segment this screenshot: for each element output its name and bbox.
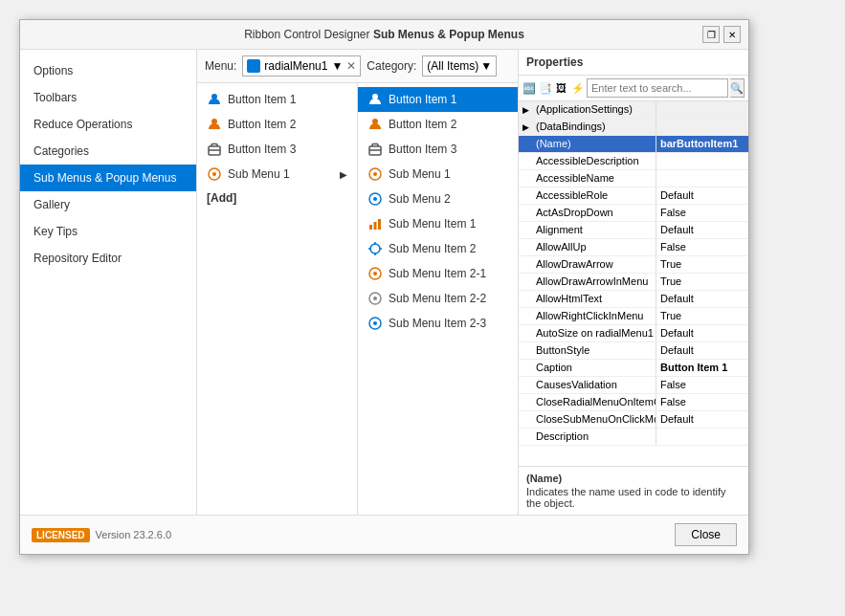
list-item[interactable]: Button Item 3 — [197, 137, 357, 162]
prop-value — [656, 101, 748, 118]
sidebar-item-toolbars[interactable]: Toolbars — [20, 84, 196, 111]
category-selector[interactable]: (All Items) ▼ — [422, 55, 497, 77]
sidebar-item-keytips[interactable]: Key Tips — [20, 218, 196, 245]
prop-value: Button Item 1 — [656, 360, 748, 376]
prop-row[interactable]: CloseRadialMenuOnItemCli False — [519, 394, 748, 411]
list-item[interactable]: Sub Menu 1 — [358, 162, 518, 187]
prop-value: True — [656, 256, 748, 273]
prop-value: Default — [656, 325, 748, 341]
properties-description: (Name) Indicates the name used in code t… — [519, 466, 748, 515]
list-item[interactable]: Button Item 1 — [197, 87, 357, 112]
props-image-btn[interactable]: 🖼 — [555, 78, 569, 98]
prop-row[interactable]: AllowHtmlText Default — [519, 291, 748, 308]
prop-key: AutoSize on radialMenu1 — [532, 325, 656, 341]
close-button[interactable]: Close — [675, 523, 737, 546]
lists-area: Button Item 1 Button Item 2 Button Item … — [197, 83, 518, 515]
prop-key: (DataBindings) — [532, 119, 656, 135]
prop-key: Description — [532, 429, 656, 445]
category-label: Category: — [367, 59, 416, 73]
props-desc-name: (Name) — [526, 473, 741, 484]
item-label: Button Item 2 — [228, 118, 296, 131]
prop-row[interactable]: AccessibleDescription — [519, 153, 748, 170]
prop-row[interactable]: Alignment Default — [519, 222, 748, 239]
prop-value: False — [656, 205, 748, 221]
prop-row[interactable]: AutoSize on radialMenu1 Default — [519, 325, 748, 342]
expand-icon[interactable]: ▶ — [519, 119, 532, 135]
properties-panel: Properties 🔤 📑 🖼 ⚡ 🔍 ▶ (ApplicationSetti… — [519, 50, 748, 515]
menu-selector[interactable]: radialMenu1 ▼ ✕ — [242, 55, 361, 77]
prop-row[interactable]: AccessibleRole Default — [519, 187, 748, 205]
restore-button[interactable]: ❐ — [702, 26, 720, 43]
list-item[interactable]: Sub Menu Item 2-3 — [358, 311, 518, 336]
prop-row-databindings: ▶ (DataBindings) — [519, 119, 748, 136]
sidebar-item-submenus[interactable]: Sub Menus & Popup Menus — [20, 165, 196, 191]
list-item[interactable]: Button Item 3 — [358, 137, 518, 162]
add-item[interactable]: [Add] — [197, 187, 357, 209]
sidebar-item-categories[interactable]: Categories — [20, 138, 196, 165]
prop-row[interactable]: CausesValidation False — [519, 377, 748, 394]
item-label: Sub Menu Item 2 — [389, 242, 476, 255]
list-item[interactable]: Button Item 2 — [197, 112, 357, 137]
list-item[interactable]: Button Item 1 — [358, 87, 518, 112]
list-item[interactable]: Sub Menu Item 2-2 — [358, 286, 518, 311]
submenu-arrow-icon: ▶ — [340, 169, 347, 180]
sidebar-item-gallery[interactable]: Gallery — [20, 191, 196, 218]
prop-row[interactable]: ActAsDropDown False — [519, 205, 748, 222]
person-icon — [207, 92, 222, 107]
left-list: Button Item 1 Button Item 2 Button Item … — [197, 83, 358, 515]
prop-key: (Name) — [532, 136, 656, 152]
props-sort-az-btn[interactable]: 🔤 — [523, 78, 537, 98]
right-list: Button Item 1 Button Item 2 Button Item … — [358, 83, 518, 515]
props-search-input[interactable] — [587, 78, 728, 98]
props-desc-text: Indicates the name used in code to ident… — [526, 486, 741, 509]
properties-header: Properties — [519, 50, 748, 76]
prop-value: Default — [656, 411, 748, 428]
prop-row[interactable]: AllowAllUp False — [519, 239, 748, 256]
prop-row[interactable]: AccessibleName — [519, 170, 748, 187]
item-label: Button Item 3 — [389, 143, 456, 156]
prop-row[interactable]: AllowRightClickInMenu True — [519, 308, 748, 325]
list-item[interactable]: Sub Menu Item 1 — [358, 211, 518, 236]
prop-value — [656, 153, 748, 169]
briefcase-icon — [207, 142, 222, 157]
sidebar-item-repository-editor[interactable]: Repository Editor — [20, 245, 196, 272]
prop-value: True — [656, 308, 748, 324]
props-categorize-btn[interactable]: 📑 — [539, 78, 553, 98]
prop-row[interactable]: Caption Button Item 1 — [519, 360, 748, 377]
list-item[interactable]: Sub Menu Item 2 — [358, 236, 518, 261]
radial-icon — [367, 191, 383, 207]
prop-row-name[interactable]: (Name) barButtonItem1 — [519, 136, 748, 153]
spacer — [519, 136, 532, 152]
close-window-button[interactable]: ✕ — [723, 26, 741, 43]
props-search-button[interactable]: 🔍 — [730, 78, 745, 98]
menu-dropdown-icon: ▼ — [331, 59, 343, 73]
sidebar-item-options[interactable]: Options — [20, 57, 196, 84]
prop-row[interactable]: CloseSubMenuOnClickMode Default — [519, 411, 748, 429]
prop-row-application-settings: ▶ (ApplicationSettings) — [519, 101, 748, 119]
list-item[interactable]: Sub Menu 1 ▶ — [197, 162, 357, 187]
prop-key: CausesValidation — [532, 377, 656, 393]
expand-icon[interactable]: ▶ — [519, 101, 532, 118]
prop-row[interactable]: AllowDrawArrowInMenu True — [519, 274, 748, 291]
sidebar: Options Toolbars Reduce Operations Categ… — [20, 50, 197, 515]
list-item[interactable]: Button Item 2 — [358, 112, 518, 137]
cat-dropdown-icon: ▼ — [480, 59, 492, 73]
item-label: Sub Menu 2 — [389, 192, 451, 206]
prop-value: False — [656, 394, 748, 410]
prop-value: False — [656, 239, 748, 255]
list-item[interactable]: Sub Menu Item 2-1 — [358, 261, 518, 286]
sidebar-item-reduce-operations[interactable]: Reduce Operations — [20, 111, 196, 138]
prop-row[interactable]: ButtonStyle Default — [519, 342, 748, 360]
center-panel: Menu: radialMenu1 ▼ ✕ Category: (All Ite… — [197, 50, 519, 515]
item-label: Sub Menu Item 1 — [389, 217, 476, 231]
props-bolt-btn[interactable]: ⚡ — [570, 78, 585, 98]
prop-key: Alignment — [532, 222, 656, 238]
menu-clear-icon[interactable]: ✕ — [346, 59, 356, 73]
prop-row[interactable]: AllowDrawArrow True — [519, 256, 748, 274]
item-label: Button Item 1 — [228, 93, 296, 106]
list-item[interactable]: Sub Menu 2 — [358, 187, 518, 211]
prop-row[interactable]: Description — [519, 429, 748, 446]
person-icon — [367, 117, 383, 132]
title-bar: Ribbon Control Designer Sub Menus & Popu… — [20, 20, 748, 50]
prop-key: AllowDrawArrow — [532, 256, 656, 273]
